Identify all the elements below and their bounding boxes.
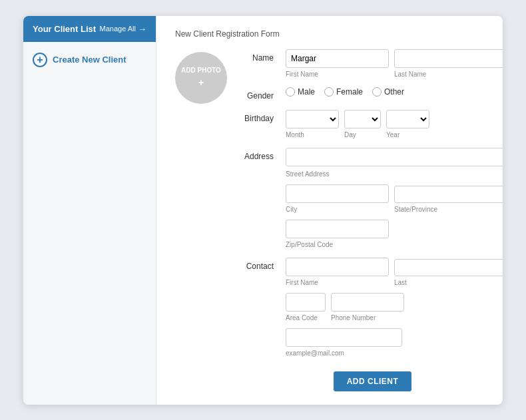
gender-other-label: Other (384, 87, 404, 97)
contact-last-input[interactable] (394, 259, 503, 276)
street-label: Street Address (286, 170, 503, 178)
contact-row: Contact First Name Last (240, 258, 503, 357)
create-new-client-button[interactable]: + Create New Client (33, 53, 146, 67)
arrow-right-icon: → (138, 24, 146, 34)
birthday-label: Birthday (240, 110, 280, 123)
address-fields: Street Address City State/Province (286, 148, 503, 248)
main-content: New Client Registration Form ADD PHOTO +… (156, 16, 503, 405)
birthday-year-select[interactable] (386, 110, 429, 128)
radio-other (372, 87, 382, 97)
birthday-select-row: Month Day (286, 110, 503, 138)
city-state-row: City State/Province (286, 184, 503, 213)
sidebar: Your Client List Manage All → + Create N… (23, 16, 156, 405)
radio-male (286, 87, 295, 97)
add-photo-label: ADD PHOTO (181, 66, 221, 75)
phone-number-input[interactable] (331, 293, 404, 312)
gender-female[interactable]: Female (324, 87, 363, 97)
plus-circle-icon: + (33, 53, 47, 67)
month-wrap: Month (286, 110, 339, 138)
sidebar-body: + Create New Client (23, 42, 156, 78)
form-area: ADD PHOTO + Name First Name (175, 49, 484, 391)
sidebar-title: Your Client List (33, 24, 96, 34)
gender-row: Gender Male Female (240, 87, 503, 101)
contact-fields: First Name Last Area Code (286, 258, 503, 357)
gender-female-label: Female (336, 87, 363, 97)
contact-name-row: First Name Last (286, 258, 503, 286)
state-input[interactable] (394, 186, 503, 203)
birthday-day-select[interactable] (344, 110, 381, 128)
name-label: Name (240, 49, 280, 63)
state-label: State/Province (394, 206, 503, 213)
photo-area: ADD PHOTO + (175, 49, 227, 391)
first-name-field-label: First Name (286, 71, 389, 78)
submit-row: ADD CLIENT (240, 366, 503, 391)
area-code-input[interactable] (286, 293, 326, 312)
gender-male[interactable]: Male (286, 87, 315, 97)
contact-label: Contact (240, 258, 280, 271)
last-name-input[interactable] (394, 49, 503, 68)
email-input[interactable] (286, 328, 402, 347)
area-code-label: Area Code (286, 314, 326, 321)
gender-option-row: Male Female Other (286, 87, 503, 97)
birthday-row: Birthday Month (240, 110, 503, 138)
contact-phone-row: Area Code Phone Number (286, 293, 503, 321)
day-label: Day (344, 131, 381, 138)
gender-male-label: Male (298, 87, 315, 97)
zip-wrap: Zip/Postal Code (286, 220, 503, 248)
main-container: Your Client List Manage All → + Create N… (23, 16, 503, 405)
contact-last-label: Last (394, 279, 503, 286)
last-name-field-label: Last Name (394, 71, 503, 78)
name-input-row (286, 49, 503, 68)
name-row: Name First Name Last Name (240, 49, 503, 78)
create-client-label: Create New Client (53, 55, 127, 65)
email-wrap: example@mail.com (286, 328, 503, 357)
form-title: New Client Registration Form (175, 29, 484, 39)
contact-first-input[interactable] (286, 258, 389, 276)
phone-label: Phone Number (331, 314, 404, 321)
year-wrap: Year (386, 110, 429, 138)
zip-label: Zip/Postal Code (286, 241, 503, 248)
gender-other[interactable]: Other (372, 87, 404, 97)
zip-input[interactable] (286, 220, 389, 238)
email-label: example@mail.com (286, 349, 503, 357)
birthday-fields: Month Day (286, 110, 503, 138)
add-photo-button[interactable]: ADD PHOTO + (175, 52, 227, 104)
month-label: Month (286, 131, 339, 138)
form-fields: Name First Name Last Name Gend (240, 49, 503, 391)
add-client-button[interactable]: ADD CLIENT (334, 371, 412, 391)
day-wrap: Day (344, 110, 381, 138)
name-labels-row: First Name Last Name (286, 71, 503, 78)
city-input[interactable] (286, 184, 389, 203)
photo-plus-icon: + (198, 77, 204, 90)
birthday-month-select[interactable] (286, 110, 339, 128)
address-row: Address Street Address City State/Provin (240, 148, 503, 248)
sidebar-header: Your Client List Manage All → (23, 16, 156, 42)
first-name-input[interactable] (286, 49, 389, 68)
street-address-input[interactable] (286, 148, 503, 166)
contact-first-label: First Name (286, 279, 389, 286)
name-fields: First Name Last Name (286, 49, 503, 78)
address-label: Address (240, 148, 280, 161)
gender-options: Male Female Other (286, 87, 503, 97)
city-label: City (286, 206, 389, 213)
manage-all-link[interactable]: Manage All → (100, 24, 146, 34)
year-label: Year (386, 131, 429, 138)
gender-label: Gender (240, 87, 280, 101)
radio-female (324, 87, 334, 97)
